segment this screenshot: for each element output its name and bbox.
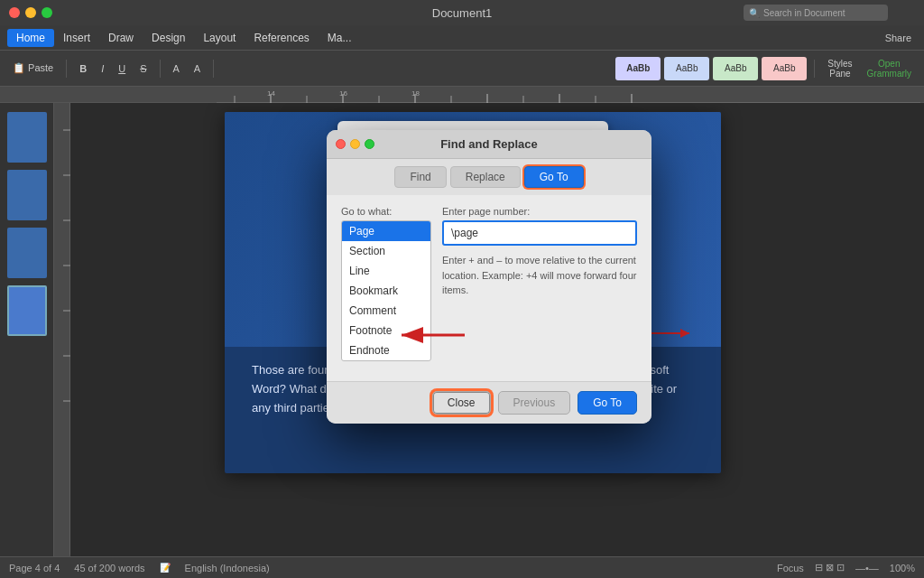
font-size-button[interactable]: A: [168, 61, 185, 76]
menu-layout[interactable]: Layout: [194, 29, 245, 47]
dialog-body: Go to what: Page Section Line Bookmark C…: [327, 195, 651, 381]
goto-hint-text: Enter + and – to move relative to the cu…: [442, 253, 637, 298]
page-sidebar: [0, 103, 54, 556]
page-number-input[interactable]: [442, 220, 637, 246]
page-thumbnail-4[interactable]: [7, 285, 47, 336]
tab-find[interactable]: Find: [394, 166, 446, 188]
goto-item-line[interactable]: Line: [342, 261, 430, 281]
enter-page-label: Enter page number:: [442, 206, 637, 217]
menu-insert[interactable]: Insert: [54, 29, 99, 47]
svg-text:16: 16: [339, 89, 347, 98]
status-right: Focus ⊟ ⊠ ⊡ —•— 100%: [777, 562, 915, 573]
goto-item-section[interactable]: Section: [342, 241, 430, 261]
main-content: ZipperMe Business Finder https://... ☁ C…: [0, 103, 924, 556]
tab-replace[interactable]: Replace: [450, 166, 521, 188]
style-heading3[interactable]: AaBb: [762, 57, 807, 80]
menu-design[interactable]: Design: [143, 29, 194, 47]
ruler: 14 16 18: [0, 87, 924, 103]
goto-list: Go to what: Page Section Line Bookmark C…: [341, 206, 431, 361]
menu-references[interactable]: References: [245, 29, 318, 47]
dialog-title-bar: Find and Replace: [327, 130, 651, 159]
grammarly-button[interactable]: OpenGrammarly: [862, 57, 917, 80]
find-replace-dialog: Find and Replace Find Replace Go To Go t…: [327, 130, 651, 424]
menu-draw[interactable]: Draw: [99, 29, 143, 47]
styles-pane-button[interactable]: StylesPane: [822, 57, 857, 80]
dialog-footer: Close Previous Go To: [327, 381, 651, 424]
share-button[interactable]: Share: [880, 31, 917, 45]
toolbar-separator-3: [213, 60, 214, 78]
font-color-button[interactable]: A: [189, 61, 206, 76]
menu-bar: Home Insert Draw Design Layout Reference…: [0, 25, 924, 51]
svg-text:14: 14: [267, 89, 275, 98]
paste-icon: 📋: [13, 62, 25, 73]
proofing-icon: 📝: [160, 563, 171, 573]
status-bar: Page 4 of 4 45 of 200 words 📝 English (I…: [0, 556, 924, 578]
menu-more[interactable]: Ma...: [319, 29, 361, 47]
search-icon: 🔍: [749, 8, 760, 18]
goto-right-panel: Enter page number: Enter + and – to move…: [442, 206, 637, 361]
focus-label[interactable]: Focus: [777, 563, 804, 573]
title-bar: Document1 🔍 Search in Document: [0, 0, 924, 25]
window-controls: [9, 7, 52, 18]
page-thumbnail-3[interactable]: [7, 228, 47, 278]
minimize-button[interactable]: [25, 7, 36, 18]
dialog-title-text: Find and Replace: [440, 137, 538, 151]
style-normal[interactable]: AaBb: [615, 57, 661, 80]
tab-goto[interactable]: Go To: [524, 166, 584, 188]
dialog-tabs: Find Replace Go To: [327, 159, 651, 195]
search-placeholder: Search in Document: [763, 8, 845, 18]
word-count: 45 of 200 words: [74, 563, 144, 573]
goto-row: Go to what: Page Section Line Bookmark C…: [341, 206, 637, 361]
ruler-marks: 14 16 18: [217, 87, 924, 102]
goto-item-comment[interactable]: Comment: [342, 301, 430, 321]
close-button[interactable]: [9, 7, 20, 18]
goto-item-footnote[interactable]: Footnote: [342, 321, 430, 340]
dialog-traffic-lights: [336, 139, 374, 149]
search-bar[interactable]: 🔍 Search in Document: [744, 5, 888, 21]
page-info: Page 4 of 4: [9, 563, 60, 573]
page-thumbnail-2[interactable]: [7, 170, 47, 220]
goto-item-bookmark[interactable]: Bookmark: [342, 281, 430, 301]
dialog-overlay: Find and Replace Find Replace Go To Go t…: [54, 103, 924, 556]
goto-items-list: Page Section Line Bookmark Comment Footn…: [341, 220, 431, 361]
menu-home[interactable]: Home: [7, 29, 54, 47]
style-heading1[interactable]: AaBb: [664, 57, 709, 80]
document-title: Document1: [432, 6, 492, 20]
goto-what-label: Go to what:: [341, 206, 431, 217]
italic-button[interactable]: I: [96, 61, 109, 76]
page-thumbnail-1[interactable]: [7, 112, 47, 163]
goto-item-endnote[interactable]: Endnote: [342, 340, 430, 360]
toolbar-separator-1: [66, 60, 67, 78]
toolbar-separator-2: [160, 60, 161, 78]
language[interactable]: English (Indonesia): [185, 563, 270, 573]
dialog-close-light[interactable]: [336, 139, 346, 149]
toolbar: 📋 Paste B I U S A A AaBb AaBb AaBb AaBb …: [0, 51, 924, 87]
zoom-level: 100%: [890, 563, 915, 573]
maximize-button[interactable]: [42, 7, 52, 18]
bold-button[interactable]: B: [74, 61, 92, 76]
svg-text:18: 18: [411, 89, 420, 98]
previous-button[interactable]: Previous: [498, 391, 571, 415]
toolbar-separator-4: [814, 60, 815, 78]
close-button[interactable]: Close: [432, 391, 491, 415]
style-heading2[interactable]: AaBb: [713, 57, 758, 80]
zoom-slider[interactable]: —•—: [855, 563, 879, 573]
goto-item-page[interactable]: Page: [342, 221, 430, 241]
document-area: ZipperMe Business Finder https://... ☁ C…: [54, 103, 924, 556]
underline-button[interactable]: U: [113, 61, 131, 76]
view-icons: ⊟ ⊠ ⊡: [815, 562, 845, 573]
dialog-maximize-light[interactable]: [365, 139, 374, 149]
strikethrough-button[interactable]: S: [134, 61, 152, 76]
dialog-minimize-light[interactable]: [350, 139, 360, 149]
paste-button[interactable]: 📋 Paste: [7, 61, 59, 76]
goto-button[interactable]: Go To: [578, 391, 637, 415]
